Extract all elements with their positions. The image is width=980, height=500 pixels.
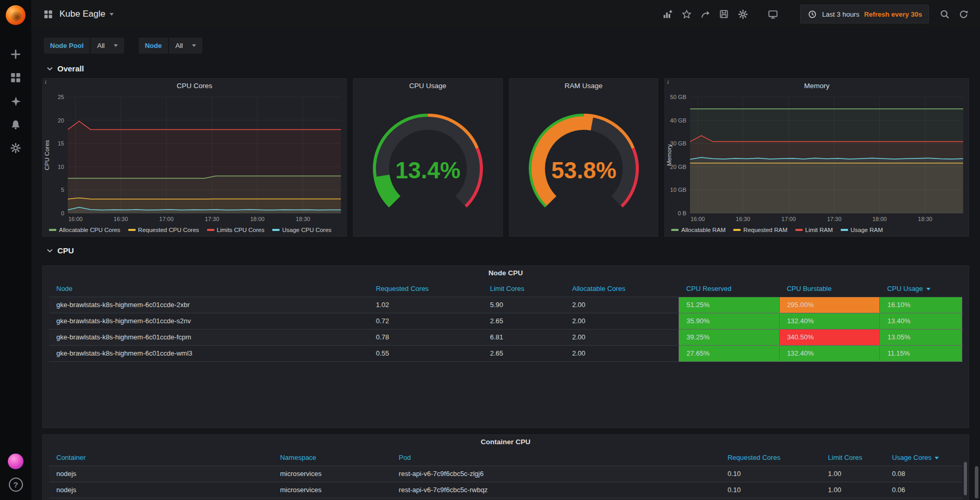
variable-node: Node All [139, 38, 202, 54]
save-icon[interactable] [719, 9, 729, 19]
variable-value-dropdown[interactable]: All [169, 38, 202, 54]
panel-node-cpu: Node CPU NodeRequested CoresLimit CoresA… [42, 265, 969, 428]
svg-text:10: 10 [58, 164, 64, 170]
refresh-interval-label[interactable]: Refresh every 30s [864, 10, 922, 18]
table-cell: microservices [273, 482, 392, 498]
chevron-down-icon [192, 44, 196, 47]
svg-text:15: 15 [58, 140, 64, 147]
legend-swatch [128, 229, 136, 231]
chart-legend: Allocatable CPU CoresRequested CPU Cores… [43, 224, 346, 236]
svg-text:0 B: 0 B [678, 210, 687, 216]
threshold-cell: 295.00% [779, 297, 880, 313]
svg-text:40 GB: 40 GB [670, 117, 686, 124]
column-header[interactable]: CPU Usage [880, 281, 962, 297]
column-header[interactable]: Usage Cores [885, 450, 962, 466]
navbar: Kube Eagle [31, 0, 980, 28]
section-row-cpu[interactable]: CPU [31, 241, 980, 259]
column-header[interactable]: Limit Cores [821, 450, 885, 466]
cpu-usage-gauge: 13.4% [354, 93, 502, 236]
legend-item[interactable]: Usage RAM [841, 227, 883, 233]
legend-item[interactable]: Limits CPU Cores [207, 227, 264, 233]
zoom-out-icon[interactable] [939, 9, 950, 19]
alerting-icon[interactable] [9, 118, 22, 131]
cycle-view-icon[interactable] [768, 9, 778, 19]
dashboards-icon[interactable] [9, 71, 22, 84]
memory-chart[interactable]: 0 B10 GB20 GB30 GB40 GB50 GB16:0016:3017… [665, 93, 969, 224]
explore-icon[interactable] [9, 95, 22, 107]
threshold-cell: 35.90% [679, 313, 780, 329]
svg-text:16:30: 16:30 [736, 216, 751, 222]
chevron-down-icon [47, 249, 53, 252]
column-header[interactable]: Requested Cores [369, 281, 483, 297]
column-header[interactable]: CPU Burstable [779, 281, 880, 297]
svg-text:10 GB: 10 GB [670, 187, 686, 193]
section-row-overall[interactable]: Overall [31, 59, 980, 77]
legend-label: Allocatable CPU Cores [59, 227, 120, 233]
legend-item[interactable]: Allocatable CPU Cores [49, 227, 120, 233]
column-header[interactable]: Allocatable Cores [565, 281, 679, 297]
svg-text:17:00: 17:00 [159, 216, 174, 222]
panel-title[interactable]: Container CPU [49, 435, 962, 449]
svg-text:18:00: 18:00 [873, 216, 887, 222]
dashboard-picker[interactable]: Kube Eagle [43, 9, 114, 19]
panel-title[interactable]: RAM Usage [510, 79, 658, 93]
column-header[interactable]: Container [49, 450, 273, 466]
legend-item[interactable]: Requested RAM [733, 227, 787, 233]
table-scrollbar-thumb[interactable] [964, 462, 967, 495]
cpu-cores-chart[interactable]: 051015202516:0016:3017:0017:3018:0018:30… [43, 93, 346, 224]
panel-title[interactable]: Node CPU [49, 266, 962, 280]
variable-value-dropdown[interactable]: All [91, 38, 124, 54]
grafana-logo[interactable] [6, 5, 26, 25]
settings-gear-icon[interactable] [737, 9, 748, 19]
share-icon[interactable] [700, 9, 710, 19]
column-header[interactable]: Node [49, 281, 369, 297]
legend-item[interactable]: Limit RAM [795, 227, 833, 233]
table-cell: 2.00 [565, 313, 679, 329]
svg-text:18:30: 18:30 [918, 216, 933, 222]
panel-title[interactable]: CPU Usage [354, 79, 502, 93]
panel-info-icon[interactable]: i [667, 79, 669, 85]
threshold-cell: 16.10% [880, 297, 962, 313]
table-cell: 5.90 [483, 297, 565, 313]
section-label: CPU [57, 246, 74, 255]
add-panel-icon[interactable] [662, 9, 673, 19]
panel-info-icon[interactable]: i [45, 79, 46, 85]
column-header[interactable]: Namespace [273, 450, 392, 466]
threshold-cell: 27.65% [679, 345, 780, 361]
column-header[interactable]: Pod [392, 450, 720, 466]
panel-memory: i Memory 0 B10 GB20 GB30 GB40 GB50 GB16:… [664, 78, 969, 237]
legend-item[interactable]: Usage CPU Cores [272, 227, 332, 233]
sort-caret-icon [935, 457, 939, 459]
variable-label: Node [139, 38, 168, 54]
threshold-cell: 39.25% [679, 329, 780, 345]
page-scrollbar-thumb[interactable] [975, 466, 978, 498]
legend-swatch [272, 229, 280, 231]
threshold-cell: 51.25% [679, 297, 780, 313]
table-cell: 0.06 [885, 482, 962, 498]
table-cell: 2.00 [565, 345, 679, 361]
panel-title[interactable]: CPU Cores [43, 79, 346, 93]
legend-item[interactable]: Allocatable RAM [671, 227, 725, 233]
column-header[interactable]: CPU Reserved [679, 281, 780, 297]
svg-text:17:30: 17:30 [827, 216, 842, 222]
table-cell: 6.81 [483, 329, 565, 345]
user-avatar[interactable] [8, 454, 23, 469]
chevron-down-icon [47, 67, 53, 70]
column-header[interactable]: Requested Cores [720, 450, 821, 466]
svg-text:30 GB: 30 GB [670, 140, 686, 147]
svg-text:16:30: 16:30 [114, 216, 128, 222]
panel-title[interactable]: Memory [665, 79, 969, 93]
refresh-icon[interactable] [958, 9, 969, 19]
threshold-cell: 132.40% [779, 345, 880, 361]
column-header[interactable]: Limit Cores [483, 281, 565, 297]
panel-cpu-cores: i CPU Cores 051015202516:0016:3017:0017:… [42, 78, 347, 237]
legend-label: Requested RAM [743, 227, 787, 233]
star-icon[interactable] [681, 9, 692, 19]
create-icon[interactable] [9, 48, 22, 60]
table-row: nodejsmicroservicesrest-api-v6-7c9f6cbc5… [49, 482, 962, 498]
time-range-picker[interactable]: Last 3 hours Refresh every 30s [800, 5, 929, 23]
legend-item[interactable]: Requested CPU Cores [128, 227, 199, 233]
configuration-gear-icon[interactable] [9, 142, 22, 154]
help-icon[interactable]: ? [9, 478, 23, 492]
legend-label: Usage RAM [851, 227, 883, 233]
